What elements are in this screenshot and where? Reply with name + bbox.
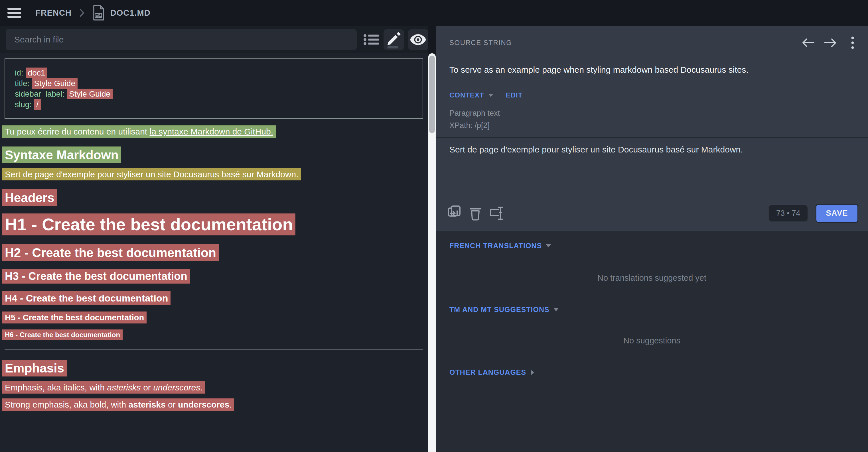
arrow-right-icon — [824, 36, 837, 49]
source-string-label: SOURCE STRING — [450, 39, 512, 47]
heading-h5-sample: H5 - Create the best documentation — [2, 313, 425, 322]
topbar: FRENCH DOC1.MD — [0, 0, 868, 26]
source-string-highlight[interactable]: / — [34, 99, 41, 110]
pencil-icon — [385, 31, 402, 49]
heading-h4-sample: H4 - Create the best documentation — [2, 293, 425, 304]
context-row: CONTEXT EDIT — [450, 91, 860, 99]
strong-text: Strong emphasis, aka bold, with — [5, 400, 129, 409]
source-string-highlight[interactable]: Emphasis, aka italics, with asterisks or… — [2, 381, 205, 394]
list-icon — [364, 34, 379, 45]
heading-h2-sample: H2 - Create the best documentation — [2, 246, 425, 260]
source-string-highlight[interactable]: Emphasis — [2, 360, 67, 377]
translation-panel: SOURCE STRING To s — [436, 26, 868, 452]
source-string-highlight[interactable]: H3 - Create the best documentation — [2, 269, 190, 284]
translation-toolbar: 73 • 74 SAVE — [446, 201, 858, 225]
frontmatter-line: slug:/ — [15, 99, 413, 110]
trash-icon — [470, 206, 481, 221]
emphasis-text: Emphasis, aka italics, with — [5, 383, 107, 392]
frontmatter-key: id: — [15, 68, 23, 77]
translations-empty-state: No translations suggested yet — [450, 273, 854, 283]
collapsed-triangle-icon — [531, 369, 534, 375]
selected-string-highlight[interactable]: Sert de page d'exemple pour styliser un … — [2, 168, 301, 181]
frontmatter-key: slug: — [15, 100, 32, 109]
preview-mode-button[interactable] — [408, 29, 428, 50]
file-preview-panel: id:doc1 title:Style Guide sidebar_label:… — [0, 26, 428, 452]
source-string-highlight[interactable]: Syntaxe Markdown — [2, 147, 121, 163]
frontmatter-key: title: — [15, 79, 29, 88]
heading-syntaxe-markdown: Syntaxe Markdown — [2, 148, 425, 162]
edit-context-button[interactable]: EDIT — [506, 91, 523, 99]
source-string-highlight[interactable]: H2 - Create the best documentation — [2, 244, 219, 261]
source-string-highlight[interactable]: Headers — [2, 189, 57, 206]
next-string-button[interactable] — [823, 36, 838, 50]
kebab-menu-icon — [851, 36, 854, 49]
other-languages-header[interactable]: OTHER LANGUAGES — [450, 368, 854, 377]
suggestions-empty-state: No suggestions — [450, 336, 854, 346]
bold-word: asterisks — [129, 400, 166, 409]
search-input[interactable] — [6, 29, 357, 50]
save-button[interactable]: SAVE — [815, 204, 858, 223]
emphasis-text: or — [141, 383, 153, 392]
frontmatter-block: id:doc1 title:Style Guide sidebar_label:… — [5, 58, 423, 119]
string-list-button[interactable] — [363, 31, 379, 48]
dropdown-triangle-icon — [554, 308, 559, 311]
dropdown-triangle-icon — [488, 94, 493, 97]
app-window: FRENCH DOC1.MD — [0, 0, 868, 452]
source-string-highlight[interactable]: Style Guide — [32, 78, 78, 89]
heading-headers: Headers — [2, 191, 425, 205]
source-string-section: SOURCE STRING To s — [436, 26, 868, 231]
frontmatter-line: sidebar_label:Style Guide — [15, 89, 413, 99]
previous-string-button[interactable] — [801, 36, 815, 50]
source-string-highlight[interactable]: doc1 — [26, 68, 48, 78]
italic-word: asterisks — [107, 383, 141, 392]
italic-word: underscores — [153, 383, 200, 392]
bold-word: underscores — [178, 400, 229, 409]
intro-text: Tu peux écrire du contenu en utilisant — [5, 127, 150, 136]
select-text-button[interactable] — [488, 205, 505, 222]
source-string-highlight[interactable]: H4 - Create the best documentation — [2, 291, 170, 305]
source-string-highlight[interactable]: H1 - Create the best documentation — [2, 214, 296, 235]
hamburger-menu-button[interactable] — [7, 8, 21, 18]
source-string-highlight[interactable]: Tu peux écrire du contenu en utilisant l… — [2, 125, 276, 138]
suggestions-panel: FRENCH TRANSLATIONS No translations sugg… — [436, 231, 868, 452]
source-string-highlight[interactable]: Strong emphasis, aka bold, with asterisk… — [2, 398, 234, 411]
source-string-text: To serve as an example page when styling… — [450, 65, 860, 75]
tm-mt-suggestions-header[interactable]: TM AND MT SUGGESTIONS — [450, 305, 854, 314]
context-details: Paragraph text XPath: /p[2] — [450, 107, 860, 132]
emphasis-paragraph: Emphasis, aka italics, with asterisks or… — [2, 383, 425, 392]
clear-translation-button[interactable] — [467, 205, 484, 222]
breadcrumb-project[interactable]: FRENCH — [35, 8, 71, 18]
markdown-syntax-link[interactable]: la syntaxe Markdown de GitHub. — [150, 127, 274, 136]
horizontal-rule — [5, 349, 423, 350]
copy-icon — [447, 205, 462, 221]
eye-icon — [410, 34, 426, 45]
markdown-file-icon — [93, 5, 105, 21]
source-string-highlight[interactable]: Style Guide — [67, 89, 113, 99]
heading-h1-sample: H1 - Create the best documentation — [2, 215, 425, 234]
preview-scrollbar-thumb[interactable] — [429, 56, 435, 133]
french-translations-header[interactable]: FRENCH TRANSLATIONS — [450, 242, 854, 250]
hamburger-icon — [7, 8, 21, 18]
document-preview: id:doc1 title:Style Guide sidebar_label:… — [0, 53, 428, 452]
arrow-left-icon — [801, 36, 815, 49]
frontmatter-line: id:doc1 — [15, 68, 413, 78]
heading-h3-sample: H3 - Create the best documentation — [2, 270, 425, 283]
heading-emphasis: Emphasis — [2, 361, 425, 375]
preview-scrollbar-track[interactable] — [428, 53, 436, 452]
copy-source-button[interactable] — [446, 205, 463, 222]
translation-input[interactable]: Sert de page d'exemple pour styliser un … — [450, 145, 854, 190]
emphasis-text: . — [200, 383, 203, 392]
context-dropdown[interactable]: CONTEXT — [450, 91, 484, 99]
source-string-highlight[interactable]: H5 - Create the best documentation — [2, 312, 147, 323]
breadcrumb-file[interactable]: DOC1.MD — [111, 8, 151, 18]
translation-divider — [436, 137, 868, 138]
strong-paragraph: Strong emphasis, aka bold, with asterisk… — [2, 400, 425, 410]
selected-paragraph: Sert de page d'exemple pour styliser un … — [2, 169, 425, 179]
tm-mt-suggestions-label: TM AND MT SUGGESTIONS — [450, 305, 550, 314]
search-toolbar — [0, 26, 428, 53]
more-options-button[interactable] — [845, 36, 860, 50]
strong-text: . — [229, 400, 231, 409]
source-string-highlight[interactable]: H6 - Create the best documentation — [2, 329, 123, 340]
char-counter-badge: 73 • 74 — [768, 205, 808, 222]
highlight-mode-button[interactable] — [383, 29, 404, 50]
